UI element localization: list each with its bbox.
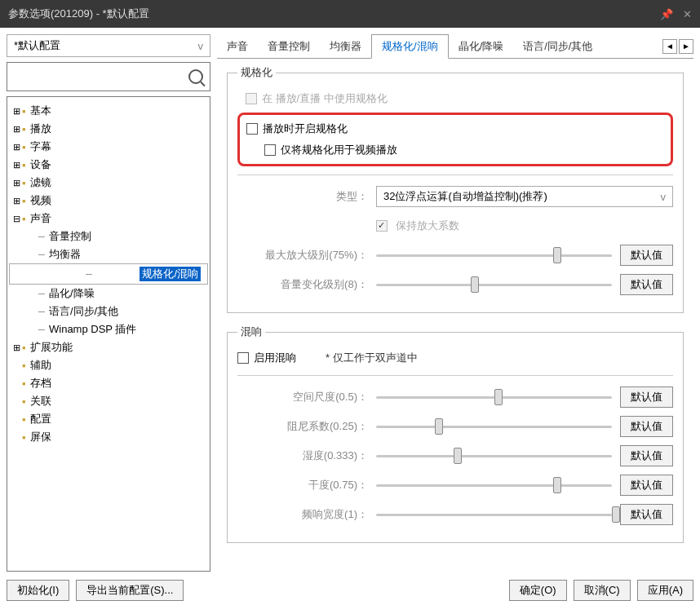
slider-label: 频响宽度(1)： — [237, 507, 368, 522]
tab[interactable]: 规格化/混响 — [371, 34, 449, 59]
tree-item[interactable]: ┈晶化/降噪 — [9, 285, 208, 303]
tree-label: 规格化/混响 — [140, 267, 201, 281]
tree-label: 扩展功能 — [28, 340, 75, 355]
reverb-slider[interactable] — [376, 418, 612, 435]
tab[interactable]: 音量控制 — [258, 34, 320, 59]
tab-right-icon[interactable]: ► — [679, 39, 693, 54]
slider-label: 空间尺度(0.5)： — [237, 390, 368, 404]
tab[interactable]: 均衡器 — [320, 34, 371, 59]
main-area: *默认配置 v ⊞▪基本⊞▪播放⊞▪字幕⊞▪设备⊞▪滤镜⊞▪视频⊟▪声音┈音量控… — [0, 28, 700, 614]
tree-item[interactable]: ⊞▪基本 — [9, 102, 208, 120]
default-button[interactable]: 默认值 — [620, 445, 673, 466]
tree-toggle-icon[interactable]: ⊞ — [11, 106, 22, 117]
tree-label: 晶化/降噪 — [47, 286, 97, 301]
tree-item[interactable]: ⊞▪滤镜 — [9, 174, 208, 192]
tree-label: 存档 — [28, 376, 54, 391]
cancel-button[interactable]: 取消(C) — [574, 580, 631, 601]
export-button[interactable]: 导出当前配置(S)... — [76, 580, 184, 601]
tree-item[interactable]: ▪屏保 — [9, 428, 208, 446]
slider-label: 干度(0.75)： — [237, 478, 368, 493]
tree-item[interactable]: ┈音量控制 — [9, 227, 208, 245]
tree-item[interactable]: ⊞▪扩展功能 — [9, 338, 208, 356]
tab[interactable]: 晶化/降噪 — [449, 34, 514, 59]
default-button[interactable]: 默认值 — [620, 274, 673, 295]
content-row: *默认配置 v ⊞▪基本⊞▪播放⊞▪字幕⊞▪设备⊞▪滤镜⊞▪视频⊟▪声音┈音量控… — [7, 34, 693, 572]
checkbox-video-only[interactable] — [264, 144, 276, 156]
tree-label: 基本 — [28, 104, 54, 118]
config-dropdown[interactable]: *默认配置 v — [7, 34, 210, 57]
tree-toggle-icon[interactable]: ⊞ — [11, 342, 22, 353]
type-row: 类型： 32位浮点运算(自动增益控制)(推荐) v — [237, 182, 673, 211]
tree-toggle-icon[interactable]: ⊞ — [11, 196, 22, 206]
tree-label: 播放 — [28, 121, 54, 136]
reverb-slider[interactable] — [376, 389, 612, 405]
tree-item[interactable]: ▪配置 — [9, 410, 208, 428]
tree-item[interactable]: ┈规格化/混响 — [9, 263, 208, 285]
default-button[interactable]: 默认值 — [620, 475, 673, 496]
slider-label: 阻尼系数(0.25)： — [237, 419, 368, 434]
tree-item[interactable]: ⊞▪设备 — [9, 156, 208, 174]
right-column: 声音音量控制均衡器规格化/混响晶化/降噪语言/同步/其他 ◄ ► 规格化 在 播… — [217, 34, 693, 572]
chevron-down-icon: v — [198, 40, 204, 52]
reverb-slider-row: 湿度(0.333)：默认值 — [237, 441, 673, 470]
tree-label: 均衡器 — [47, 247, 83, 262]
tree-item[interactable]: ┈Winamp DSP 插件 — [9, 320, 208, 338]
default-button[interactable]: 默认值 — [620, 245, 673, 266]
tab-left-icon[interactable]: ◄ — [662, 39, 677, 54]
checkbox-reverb[interactable] — [237, 352, 249, 364]
tree-item[interactable]: ⊞▪字幕 — [9, 138, 208, 156]
tree-label: 字幕 — [28, 139, 54, 154]
tree-toggle-icon[interactable]: ⊞ — [11, 160, 22, 170]
default-button[interactable]: 默认值 — [620, 416, 673, 437]
tree-toggle-icon[interactable]: ⊞ — [11, 178, 22, 188]
tree-item[interactable]: ▪关联 — [9, 392, 208, 410]
max-slider[interactable] — [376, 247, 612, 263]
close-icon[interactable]: ✕ — [683, 8, 692, 20]
type-dropdown[interactable]: 32位浮点运算(自动增益控制)(推荐) v — [376, 186, 673, 207]
reverb-slider[interactable] — [376, 477, 612, 493]
tree-item[interactable]: ▪辅助 — [9, 356, 208, 374]
reverb-enable-label: 启用混响 — [254, 351, 296, 365]
tab[interactable]: 语言/同步/其他 — [513, 34, 602, 59]
default-button[interactable]: 默认值 — [620, 504, 673, 525]
nav-tree[interactable]: ⊞▪基本⊞▪播放⊞▪字幕⊞▪设备⊞▪滤镜⊞▪视频⊟▪声音┈音量控制┈均衡器┈规格… — [7, 96, 210, 572]
checkbox-playback[interactable] — [246, 123, 258, 135]
tree-label: 声音 — [28, 211, 54, 226]
keep-label: 保持放大系数 — [396, 219, 459, 233]
window-controls: 📌 ✕ — [660, 8, 692, 20]
reverb-slider-row: 频响宽度(1)：默认值 — [237, 500, 673, 529]
tree-leaf-icon: ┈ — [38, 231, 45, 243]
reverb-slider-row: 空间尺度(0.5)：默认值 — [237, 382, 673, 412]
tree-item[interactable]: ⊟▪声音 — [9, 210, 208, 227]
checkbox-live — [246, 93, 257, 104]
tree-item[interactable]: ▪存档 — [9, 374, 208, 392]
window-title: 参数选项(201209) - *默认配置 — [8, 7, 149, 21]
tree-label: 设备 — [28, 157, 54, 172]
search-input[interactable] — [7, 62, 210, 91]
type-value: 32位浮点运算(自动增益控制)(推荐) — [383, 189, 547, 204]
normalization-legend: 规格化 — [237, 65, 276, 80]
tree-item[interactable]: ┈均衡器 — [9, 245, 208, 263]
norm-cb2-row: 播放时开启规格化 — [246, 118, 664, 139]
normalization-group: 规格化 在 播放/直播 中使用规格化 播放时开启规格化 仅将规格化用于视频播放 — [227, 65, 684, 313]
tree-toggle-icon[interactable]: ⊞ — [11, 124, 22, 135]
reverb-slider[interactable] — [376, 506, 612, 523]
tree-toggle-icon[interactable]: ⊟ — [11, 214, 22, 224]
reverb-slider[interactable] — [376, 448, 612, 464]
ok-button[interactable]: 确定(O) — [509, 580, 567, 601]
tree-item[interactable]: ⊞▪视频 — [9, 192, 208, 210]
apply-button[interactable]: 应用(A) — [637, 580, 693, 601]
pin-icon[interactable]: 📌 — [660, 8, 673, 20]
init-button[interactable]: 初始化(I) — [7, 580, 69, 601]
tab[interactable]: 声音 — [217, 34, 258, 59]
reverb-slider-row: 干度(0.75)：默认值 — [237, 470, 673, 500]
tree-item[interactable]: ┈语言/同步/其他 — [9, 303, 208, 320]
tab-bar: 声音音量控制均衡器规格化/混响晶化/降噪语言/同步/其他 ◄ ► — [217, 34, 693, 59]
default-button[interactable]: 默认值 — [620, 387, 673, 408]
tree-item[interactable]: ⊞▪播放 — [9, 120, 208, 138]
tree-label: Winamp DSP 插件 — [47, 322, 139, 337]
tree-toggle-icon[interactable]: ⊞ — [11, 142, 22, 152]
tree-label: 屏保 — [28, 430, 54, 444]
vol-slider[interactable] — [376, 276, 612, 293]
vol-row: 音量变化级别(8)： 默认值 — [237, 270, 673, 299]
